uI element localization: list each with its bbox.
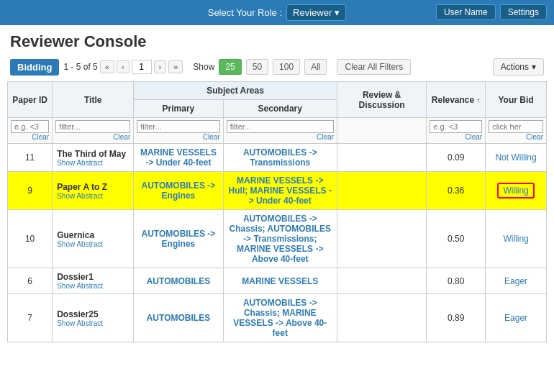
- sort-arrow-icon: ↑: [477, 96, 481, 104]
- cell-review: [337, 144, 426, 172]
- cell-relevance: 0.89: [427, 294, 486, 342]
- prev-page-button[interactable]: ‹: [117, 60, 130, 73]
- clear-relevance-link[interactable]: Clear: [430, 133, 482, 141]
- filter-relevance-cell: Clear: [427, 118, 486, 144]
- table-row: 7Dossier25Show AbstractAUTOMOBILESAUTOMO…: [8, 294, 547, 342]
- filter-relevance-input[interactable]: [430, 120, 482, 133]
- filter-review-cell: [337, 118, 426, 144]
- clear-title-link[interactable]: Clear: [55, 133, 130, 141]
- cell-review: [337, 294, 426, 342]
- primary-subject: AUTOMOBILES: [147, 313, 210, 323]
- cell-secondary: MARINE VESSELS -> Hull; MARINE VESSELS -…: [223, 172, 337, 210]
- cell-primary: AUTOMOBILES -> Engines: [134, 210, 223, 268]
- actions-button[interactable]: Actions ▾: [493, 58, 544, 76]
- last-page-button[interactable]: »: [168, 60, 183, 73]
- col-header-subject-areas: Subject Areas: [134, 82, 337, 100]
- filter-secondary-input[interactable]: [227, 120, 334, 133]
- col-header-primary: Primary: [134, 100, 223, 118]
- bid-value[interactable]: Willing: [497, 183, 534, 199]
- cell-review: [337, 210, 426, 268]
- secondary-subject: AUTOMOBILES -> Chassis; MARINE VESSELS -…: [233, 298, 327, 338]
- filter-paper-id-cell: Clear: [8, 118, 53, 144]
- filter-your-bid-input[interactable]: [489, 120, 543, 133]
- show-100-button[interactable]: 100: [273, 59, 300, 75]
- primary-subject: MARINE VESSELS -> Under 40-feet: [140, 147, 217, 168]
- show-all-button[interactable]: All: [304, 59, 327, 75]
- filter-title-input[interactable]: [55, 120, 130, 133]
- cell-review: [337, 172, 426, 210]
- chevron-down-icon: ▾: [335, 7, 340, 18]
- show-50-button[interactable]: 50: [246, 59, 268, 75]
- cell-primary: MARINE VESSELS -> Under 40-feet: [134, 144, 223, 172]
- table-row: 11The Third of MayShow AbstractMARINE VE…: [8, 144, 547, 172]
- show-abstract-link[interactable]: Show Abstract: [57, 159, 129, 167]
- username-button[interactable]: User Name: [436, 4, 496, 20]
- secondary-subject: AUTOMOBILES -> Chassis; AUTOMOBILES -> T…: [230, 214, 331, 264]
- role-dropdown[interactable]: Reviewer ▾: [286, 4, 346, 21]
- papers-table: Paper ID Title Subject Areas Review & Di…: [7, 81, 547, 342]
- col-header-title: Title: [53, 82, 134, 118]
- show-abstract-link[interactable]: Show Abstract: [57, 282, 129, 290]
- show-abstract-link[interactable]: Show Abstract: [57, 240, 129, 248]
- col-header-paper-id: Paper ID: [8, 82, 53, 118]
- bid-value[interactable]: Not Willing: [495, 152, 536, 163]
- filter-paper-id-input[interactable]: [11, 120, 49, 133]
- primary-subject: AUTOMOBILES: [147, 276, 210, 286]
- cell-paper-id: 10: [8, 210, 53, 268]
- page-range: 1 - 5 of 5: [63, 62, 97, 72]
- show-label: Show: [193, 62, 214, 72]
- clear-your-bid-link[interactable]: Clear: [489, 133, 543, 141]
- secondary-subject: AUTOMOBILES -> Transmissions: [243, 147, 317, 168]
- pagination-info: 1 - 5 of 5 « ‹ › »: [63, 60, 183, 74]
- cell-your-bid[interactable]: Eager: [486, 268, 547, 294]
- page-number-input[interactable]: [132, 60, 152, 74]
- page-title: Reviewer Console: [0, 25, 554, 55]
- cell-title: Dossier25Show Abstract: [53, 294, 134, 342]
- cell-your-bid[interactable]: Not Willing: [486, 144, 547, 172]
- role-value: Reviewer: [293, 7, 332, 18]
- clear-paper-id-link[interactable]: Clear: [11, 133, 49, 141]
- cell-secondary: AUTOMOBILES -> Chassis; MARINE VESSELS -…: [223, 294, 337, 342]
- cell-paper-id: 6: [8, 268, 53, 294]
- bid-value[interactable]: Willing: [503, 234, 528, 244]
- col-header-review: Review & Discussion: [337, 82, 426, 118]
- col-header-your-bid: Your Bid: [486, 82, 547, 118]
- bid-value[interactable]: Eager: [504, 276, 527, 286]
- role-section: Select Your Role : Reviewer ▾: [208, 4, 347, 21]
- cell-title: Dossier1Show Abstract: [53, 268, 134, 294]
- cell-secondary: MARINE VESSELS: [223, 268, 337, 294]
- filter-primary-cell: Clear: [134, 118, 223, 144]
- filter-row: Clear Clear Clear Clear Clear: [8, 118, 547, 144]
- settings-button[interactable]: Settings: [500, 4, 547, 20]
- toolbar: Bidding 1 - 5 of 5 « ‹ › » Show 25 50 10…: [0, 55, 554, 81]
- filter-primary-input[interactable]: [137, 120, 219, 133]
- cell-review: [337, 268, 426, 294]
- table-row: 6Dossier1Show AbstractAUTOMOBILESMARINE …: [8, 268, 547, 294]
- clear-primary-link[interactable]: Clear: [137, 133, 219, 141]
- show-abstract-link[interactable]: Show Abstract: [57, 192, 129, 200]
- cell-your-bid[interactable]: Willing: [486, 172, 547, 210]
- cell-paper-id: 7: [8, 294, 53, 342]
- clear-all-filters-button[interactable]: Clear All Filters: [337, 59, 411, 75]
- primary-subject: AUTOMOBILES -> Engines: [142, 229, 216, 249]
- cell-your-bid[interactable]: Willing: [486, 210, 547, 268]
- first-page-button[interactable]: «: [100, 60, 114, 73]
- secondary-subject: MARINE VESSELS -> Hull; MARINE VESSELS -…: [229, 176, 332, 206]
- filter-your-bid-cell: Clear: [486, 118, 547, 144]
- bid-value[interactable]: Eager: [504, 313, 527, 323]
- col-header-secondary: Secondary: [223, 100, 337, 118]
- show-abstract-link[interactable]: Show Abstract: [57, 319, 129, 327]
- cell-paper-id: 11: [8, 144, 53, 172]
- next-page-button[interactable]: ›: [154, 60, 167, 73]
- paper-title: Guernica: [57, 230, 94, 240]
- clear-secondary-link[interactable]: Clear: [227, 133, 334, 141]
- paper-title: Dossier25: [57, 309, 98, 319]
- table-row: 9Paper A to ZShow AbstractAUTOMOBILES ->…: [8, 172, 547, 210]
- cell-relevance: 0.09: [427, 144, 486, 172]
- cell-secondary: AUTOMOBILES -> Chassis; AUTOMOBILES -> T…: [223, 210, 337, 268]
- show-25-button[interactable]: 25: [219, 59, 241, 75]
- primary-subject: AUTOMOBILES -> Engines: [142, 181, 216, 201]
- cell-your-bid[interactable]: Eager: [486, 294, 547, 342]
- cell-primary: AUTOMOBILES: [134, 294, 223, 342]
- table-wrapper: Paper ID Title Subject Areas Review & Di…: [0, 81, 554, 342]
